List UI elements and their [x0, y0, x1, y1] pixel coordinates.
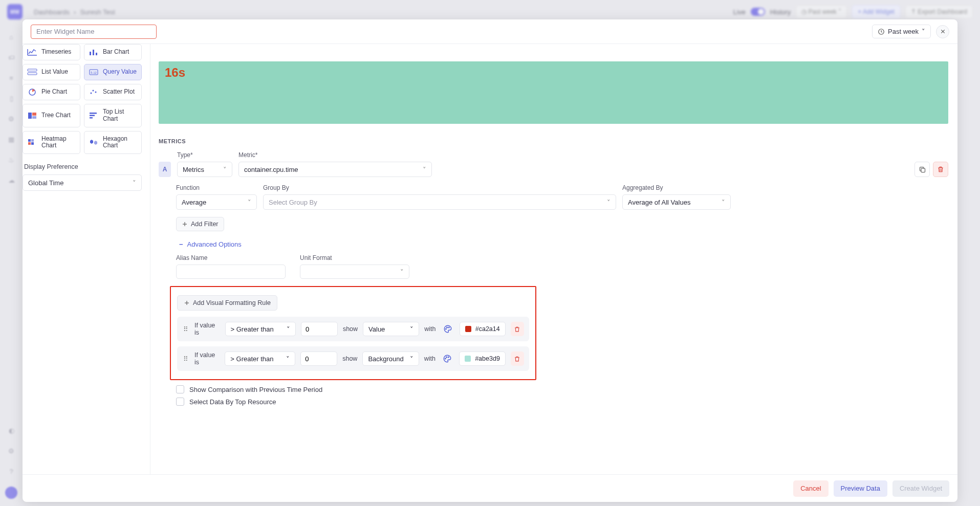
svg-rect-5 — [28, 73, 37, 75]
graph-type-scatter[interactable]: Scatter Plot — [84, 84, 142, 100]
svg-rect-17 — [90, 117, 93, 119]
agg-select[interactable]: Average of All Values˅ — [622, 194, 731, 210]
svg-rect-20 — [28, 142, 31, 145]
graph-type-timeseries[interactable]: Timeseries — [23, 44, 80, 60]
comparison-label: Show Comparison with Previous Time Perio… — [189, 386, 322, 393]
user-avatar[interactable] — [5, 487, 17, 499]
type-select[interactable]: Metrics˅ — [177, 162, 232, 177]
rule-target-select[interactable]: Background˅ — [362, 351, 419, 366]
metrics-section-label: METRICS — [159, 138, 948, 144]
gear-icon[interactable]: ⚙ — [6, 114, 16, 124]
doc-icon[interactable]: ▯ — [6, 93, 16, 103]
cloud-icon[interactable]: ☁ — [6, 175, 16, 185]
svg-text:5.12: 5.12 — [91, 71, 97, 74]
breadcrumb: Dashboards › Suresh Test — [34, 8, 115, 16]
heatmap-icon — [27, 139, 37, 146]
bar-icon — [89, 49, 99, 56]
duplicate-query-button[interactable] — [914, 162, 930, 177]
metric-label: Metric* — [238, 151, 432, 159]
timeseries-icon — [27, 49, 37, 56]
add-vfr-button[interactable]: Add Visual Formatting Rule — [177, 295, 277, 311]
time-range-selector[interactable]: Past week ˅ — [872, 25, 931, 38]
rule-target-select[interactable]: Value˅ — [363, 322, 419, 336]
svg-rect-15 — [90, 113, 97, 114]
time-range-label: Past week — [888, 28, 919, 35]
visual-formatting-section: Add Visual Formatting Rule ⠿ If value is… — [170, 286, 536, 380]
color-swatch — [465, 356, 471, 362]
vfr-rule: ⠿ If value is > Greater than˅ show Value… — [177, 317, 529, 341]
delete-query-button[interactable] — [933, 162, 948, 177]
chevron-down-icon: ˅ — [922, 28, 925, 35]
rule-color-display: #ca2a14 — [460, 322, 506, 336]
groupby-select[interactable]: Select Group By˅ — [263, 194, 616, 210]
rule-value-input[interactable] — [300, 351, 337, 366]
color-picker-button[interactable] — [441, 322, 454, 336]
bg-export[interactable]: ⤒ Export Dashboard — [905, 5, 973, 18]
preview-value: 16s — [165, 65, 942, 80]
list-value-icon — [27, 69, 37, 76]
drag-handle-icon[interactable]: ⠿ — [182, 325, 189, 333]
function-select[interactable]: Average˅ — [176, 194, 257, 210]
breadcrumb-root: Dashboards — [34, 8, 70, 16]
metric-select[interactable]: container.cpu.time˅ — [238, 162, 432, 177]
query-value-icon: 5.12 — [89, 69, 99, 76]
display-preference-select[interactable]: Global Time ˅ — [23, 174, 142, 191]
graph-type-toplist[interactable]: Top List Chart — [84, 104, 142, 127]
create-widget-button[interactable]: Create Widget — [892, 480, 949, 497]
bg-time-range[interactable]: ◷ Past week ˅ — [796, 5, 847, 18]
graph-type-pie[interactable]: Pie Chart — [23, 84, 80, 100]
svg-rect-14 — [32, 116, 36, 119]
alias-input[interactable] — [176, 265, 286, 279]
breadcrumb-current: Suresh Test — [80, 8, 115, 16]
svg-rect-13 — [32, 113, 36, 116]
unit-label: Unit Format — [300, 254, 409, 261]
pie-icon — [27, 89, 37, 96]
groupby-label: Group By — [263, 184, 616, 191]
delete-rule-button[interactable] — [511, 322, 524, 336]
add-filter-button[interactable]: Add Filter — [176, 217, 224, 231]
graph-type-bar[interactable]: Bar Chart — [84, 44, 142, 60]
list-icon[interactable]: ≡ — [6, 73, 16, 83]
tag-icon[interactable]: 🏷 — [6, 52, 16, 62]
graph-type-hexagon[interactable]: Hexagon Chart — [84, 131, 142, 155]
live-toggle[interactable] — [751, 8, 765, 16]
flame-icon[interactable]: ♨ — [6, 155, 16, 165]
rule-operator-select[interactable]: > Greater than˅ — [225, 351, 295, 366]
color-picker-button[interactable] — [441, 351, 454, 366]
toplist-icon — [89, 112, 99, 119]
svg-rect-2 — [93, 50, 94, 55]
comparison-checkbox[interactable] — [176, 385, 184, 393]
delete-rule-button[interactable] — [511, 351, 524, 366]
preview-data-button[interactable]: Preview Data — [834, 480, 887, 497]
svg-point-11 — [95, 92, 97, 93]
rule-operator-select[interactable]: > Greater than˅ — [225, 322, 296, 336]
agg-label: Aggregated By — [622, 184, 731, 191]
graph-type-heatmap[interactable]: Heatmap Chart — [23, 131, 80, 155]
chart-icon[interactable]: ▦ — [6, 134, 16, 144]
cancel-button[interactable]: Cancel — [793, 480, 828, 497]
svg-rect-4 — [28, 69, 37, 71]
svg-point-29 — [446, 357, 447, 358]
help-icon[interactable]: ? — [6, 466, 16, 476]
home-icon[interactable]: ⌂ — [6, 32, 16, 42]
graph-type-list[interactable]: List Value — [23, 64, 80, 80]
settings-icon[interactable]: ⚙ — [6, 446, 16, 456]
hexagon-icon — [89, 139, 99, 146]
color-swatch — [465, 326, 471, 332]
bulb-icon[interactable]: ◐ — [6, 425, 16, 435]
top-resource-checkbox[interactable] — [176, 398, 184, 406]
close-button[interactable] — [936, 25, 949, 38]
graph-type-query[interactable]: 5.12 Query Value — [84, 64, 142, 80]
svg-rect-1 — [90, 52, 91, 55]
widget-name-input[interactable] — [31, 25, 157, 39]
app-logo: MW — [7, 4, 23, 19]
unit-select[interactable]: ˅ — [300, 265, 409, 279]
scatter-icon — [89, 89, 99, 96]
advanced-options-toggle[interactable]: − Advanced Options — [179, 240, 948, 248]
bg-add-widget[interactable]: + Add Widget — [852, 5, 900, 18]
rule-value-input[interactable] — [301, 322, 338, 336]
drag-handle-icon[interactable]: ⠿ — [182, 355, 189, 363]
display-preference-label: Display Preference — [24, 163, 142, 170]
top-resource-label: Select Data By Top Resource — [189, 398, 276, 406]
graph-type-tree[interactable]: Tree Chart — [23, 104, 80, 127]
